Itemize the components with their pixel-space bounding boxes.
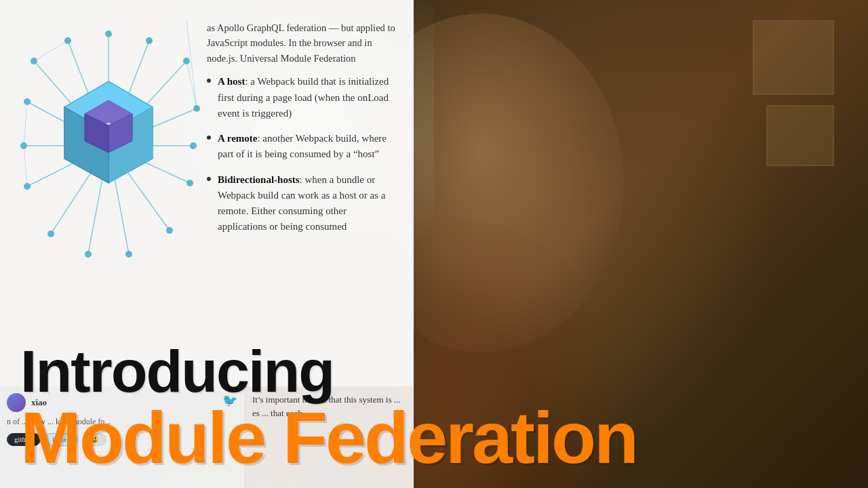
bullet-dot-2 (207, 136, 211, 140)
video-container: as Apollo GraphQL federation — but appli… (0, 0, 868, 488)
webpack-tag[interactable]: k/web (45, 433, 78, 446)
emoji-tag: 😃 (82, 433, 106, 446)
bullet-text-remote: A remote: another Webpack build, where p… (218, 131, 397, 163)
svg-point-22 (186, 180, 193, 186)
twitter-icon: 🐦 (222, 393, 237, 408)
social-card: xiao 🐦 n of ... ck w ... ke... module fo… (0, 386, 244, 488)
bidirectional-label: Bidirectional-hosts (218, 174, 300, 185)
bullet-dot-3 (207, 177, 211, 181)
bullet-host: A host: a Webpack build that is initiali… (207, 74, 397, 121)
svg-point-17 (105, 30, 112, 37)
github-tag[interactable]: github (7, 433, 41, 446)
tweet-text: n of ... ck w ... ke... module fo... (7, 417, 111, 426)
svg-line-31 (186, 20, 197, 108)
webpack-logo-area (14, 20, 203, 264)
bottom-text: It’s important to note that this system … (252, 394, 400, 418)
svg-line-30 (34, 41, 68, 61)
host-label: A host (218, 76, 245, 87)
svg-point-26 (47, 230, 54, 237)
bullet-text-host: A host: a Webpack build that is initiali… (218, 74, 397, 121)
svg-line-34 (24, 146, 27, 186)
bottom-right-text: It’s important to note that this system … (244, 386, 414, 488)
username: xiao (31, 397, 47, 408)
document-overlay: as Apollo GraphQL federation — but appli… (0, 0, 414, 386)
svg-point-23 (166, 227, 173, 234)
svg-point-24 (125, 251, 132, 258)
bullet-dot-1 (207, 79, 211, 83)
bullet-text-bidirectional: Bidirectional-hosts: when a bundle or We… (218, 172, 397, 235)
doc-text-area: as Apollo GraphQL federation — but appli… (207, 20, 397, 235)
bottom-strip: xiao 🐦 n of ... ck w ... ke... module fo… (0, 386, 414, 488)
svg-point-25 (85, 251, 92, 258)
svg-line-32 (186, 61, 197, 108)
svg-point-21 (190, 142, 197, 149)
bullet-bidirectional: Bidirectional-hosts: when a bundle or We… (207, 172, 397, 235)
svg-point-18 (146, 37, 153, 44)
svg-line-33 (24, 102, 27, 146)
intro-paragraph: as Apollo GraphQL federation — but appli… (207, 20, 397, 66)
tag-buttons: github k/web 😃 (7, 433, 237, 446)
bullet-remote: A remote: another Webpack build, where p… (207, 131, 397, 163)
user-avatar (7, 393, 26, 412)
remote-label: A remote (218, 133, 257, 144)
network-svg (14, 20, 203, 271)
tweet-content: n of ... ck w ... ke... module fo... (7, 416, 237, 428)
user-info: xiao (7, 393, 237, 412)
